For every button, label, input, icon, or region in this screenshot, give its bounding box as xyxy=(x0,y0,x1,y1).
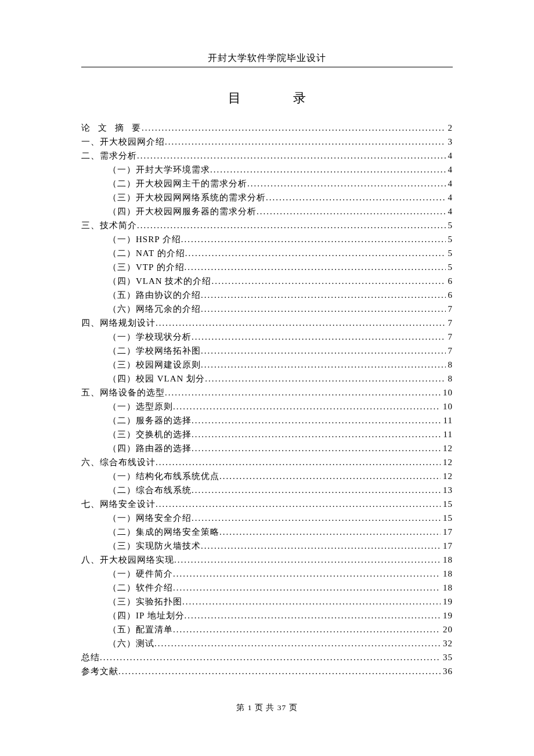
toc-section-label: （三）交换机的选择 xyxy=(81,427,192,441)
toc-row: 总结35 xyxy=(81,650,453,664)
toc-leader-dots xyxy=(192,427,441,441)
toc-row: 七、网络安全设计15 xyxy=(81,497,453,511)
toc-row: 四、网络规划设计7 xyxy=(81,316,453,330)
toc-chapter-label: 论文摘要 xyxy=(81,121,142,135)
toc-chapter-label: 三、技术简介 xyxy=(81,218,137,232)
toc-row: （一）网络安全介绍15 xyxy=(81,511,453,525)
toc-page-number: 3 xyxy=(446,135,453,149)
toc-leader-dots xyxy=(182,595,441,609)
toc-row: （二）开大校园网主干的需求分析4 xyxy=(81,177,453,190)
toc-page-number: 7 xyxy=(446,316,453,330)
toc-row: （三）交换机的选择11 xyxy=(81,427,453,441)
toc-title-left: 目 xyxy=(228,91,241,105)
toc-section-label: （一）学校现状分析 xyxy=(81,330,192,344)
toc-leader-dots xyxy=(181,232,446,246)
toc-section-label: （五）路由协议的介绍 xyxy=(81,288,201,302)
toc-page-number: 8 xyxy=(446,372,453,386)
toc-section-label: （六）网络冗余的介绍 xyxy=(81,302,201,316)
toc-row: （二）软件介绍18 xyxy=(81,581,453,595)
toc-section-label: （三）开大校园网网络系统的需求分析 xyxy=(81,190,266,204)
toc-page-number: 18 xyxy=(441,553,453,567)
toc-section-label: （二）集成的网络安全策略 xyxy=(81,525,219,539)
toc-leader-dots xyxy=(219,469,441,483)
toc-row: （四）路由器的选择12 xyxy=(81,441,453,455)
toc-section-label: （二）服务器的选择 xyxy=(81,413,192,427)
page-footer: 第 1 页 共 37 页 xyxy=(0,703,534,713)
toc-leader-dots xyxy=(154,636,441,650)
toc-section-label: （一）开封大学环境需求 xyxy=(81,163,210,177)
toc-leader-dots xyxy=(142,121,446,135)
toc-page-number: 32 xyxy=(441,636,453,650)
toc-row: （六）测试32 xyxy=(81,636,453,650)
toc-page-number: 7 xyxy=(446,302,453,316)
toc-section-label: （四）开大校园网服务器的需求分析 xyxy=(81,204,257,218)
toc-row: 二、需求分析4 xyxy=(81,149,453,163)
toc-section-label: （二）开大校园网主干的需求分析 xyxy=(81,177,247,190)
toc-row: （二）学校网络拓补图7 xyxy=(81,344,453,358)
toc-page-number: 35 xyxy=(441,650,453,664)
toc-row: （五）配置清单20 xyxy=(81,622,453,636)
toc-row: （二）服务器的选择11 xyxy=(81,413,453,427)
toc-section-label: （二）软件介绍 xyxy=(81,581,173,595)
toc-chapter-label: 七、网络安全设计 xyxy=(81,497,156,511)
toc-section-label: （一）硬件简介 xyxy=(81,567,173,581)
toc-page-number: 10 xyxy=(441,386,453,399)
toc-row: （三）实现防火墙技术17 xyxy=(81,539,453,553)
toc-chapter-label: 四、网络规划设计 xyxy=(81,316,156,330)
toc-section-label: （五）配置清单 xyxy=(81,622,173,636)
toc-leader-dots xyxy=(118,664,441,678)
toc-page-number: 4 xyxy=(446,177,453,190)
toc-leader-dots xyxy=(211,274,445,288)
toc-row: 五、网络设备的选型10 xyxy=(81,386,453,399)
toc-section-label: （四）校园 VLAN 划分 xyxy=(81,372,205,386)
toc-row: （三）VTP 的介绍5 xyxy=(81,260,453,274)
toc-leader-dots xyxy=(137,218,446,232)
toc-page-number: 20 xyxy=(441,622,453,636)
toc-page-number: 5 xyxy=(446,260,453,274)
toc-leader-dots xyxy=(192,483,441,497)
toc-leader-dots xyxy=(192,330,446,344)
toc-page-number: 12 xyxy=(441,455,453,469)
toc-leader-dots xyxy=(165,386,441,399)
toc-row: （一）开封大学环境需求4 xyxy=(81,163,453,177)
toc-page-number: 5 xyxy=(446,232,453,246)
toc-section-label: （三）VTP 的介绍 xyxy=(81,260,185,274)
toc-row: 三、技术简介5 xyxy=(81,218,453,232)
toc-leader-dots xyxy=(185,260,446,274)
toc-section-label: （四）IP 地址划分 xyxy=(81,609,185,622)
toc-section-label: （三）校园网建设原则 xyxy=(81,358,201,372)
toc-page-number: 4 xyxy=(446,149,453,163)
toc-page-number: 4 xyxy=(446,204,453,218)
table-of-contents: 论文摘要2一、开大校园网介绍3二、需求分析4（一）开封大学环境需求4（二）开大校… xyxy=(81,121,453,678)
toc-page-number: 6 xyxy=(446,288,453,302)
toc-leader-dots xyxy=(210,163,446,177)
toc-leader-dots xyxy=(173,399,441,413)
toc-page-number: 15 xyxy=(441,497,453,511)
toc-page-number: 19 xyxy=(441,609,453,622)
toc-leader-dots xyxy=(156,316,446,330)
toc-chapter-label: 二、需求分析 xyxy=(81,149,137,163)
toc-page-number: 17 xyxy=(441,539,453,553)
toc-leader-dots xyxy=(201,302,446,316)
document-header: 开封大学软件学院毕业设计 xyxy=(81,52,453,67)
toc-page-number: 36 xyxy=(441,664,453,678)
toc-row: （三）实验拓扑图19 xyxy=(81,595,453,609)
toc-section-label: （六）测试 xyxy=(81,636,154,650)
toc-section-label: （二）学校网络拓补图 xyxy=(81,344,201,358)
toc-page-number: 12 xyxy=(441,441,453,455)
toc-chapter-label: 五、网络设备的选型 xyxy=(81,386,165,399)
toc-row: （二）集成的网络安全策略17 xyxy=(81,525,453,539)
toc-row: 八、开大校园网络实现18 xyxy=(81,553,453,567)
toc-leader-dots xyxy=(192,413,441,427)
toc-title: 目录 xyxy=(81,89,453,107)
toc-chapter-label: 八、开大校园网络实现 xyxy=(81,553,174,567)
toc-page-number: 11 xyxy=(441,427,453,441)
toc-leader-dots xyxy=(185,246,446,260)
toc-section-label: （一）结构化布线系统优点 xyxy=(81,469,219,483)
toc-row: （二）综合布线系统13 xyxy=(81,483,453,497)
toc-row: 论文摘要2 xyxy=(81,121,453,135)
toc-row: 参考文献36 xyxy=(81,664,453,678)
toc-section-label: （三）实验拓扑图 xyxy=(81,595,182,609)
toc-page-number: 2 xyxy=(446,121,453,135)
toc-chapter-label: 参考文献 xyxy=(81,664,118,678)
